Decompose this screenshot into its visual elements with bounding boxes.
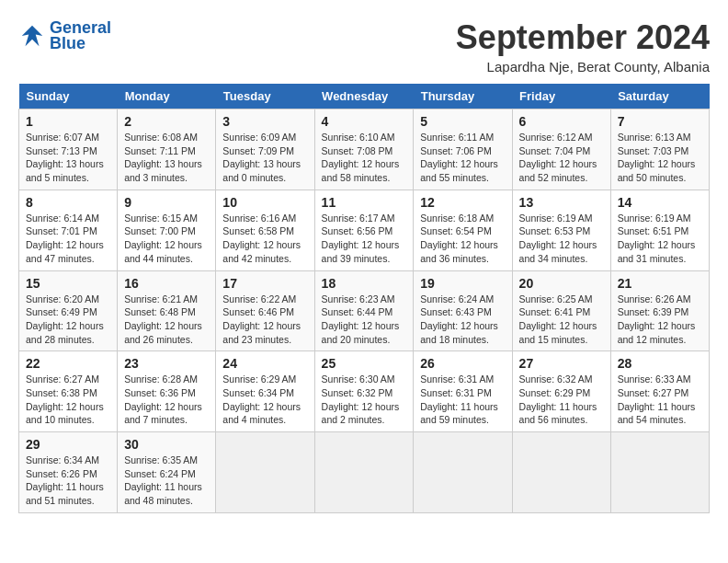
logo: General Blue xyxy=(18,18,111,53)
day-number: 7 xyxy=(618,114,702,129)
day-info: Sunrise: 6:20 AM Sunset: 6:49 PM Dayligh… xyxy=(26,293,110,347)
svg-marker-0 xyxy=(22,26,43,47)
col-wednesday: Wednesday xyxy=(314,84,414,109)
table-row: 28Sunrise: 6:33 AM Sunset: 6:27 PM Dayli… xyxy=(610,351,709,432)
day-info: Sunrise: 6:14 AM Sunset: 7:01 PM Dayligh… xyxy=(26,212,110,266)
day-info: Sunrise: 6:27 AM Sunset: 6:38 PM Dayligh… xyxy=(26,373,110,427)
day-number: 26 xyxy=(420,356,505,371)
day-number: 20 xyxy=(519,276,604,291)
day-info: Sunrise: 6:28 AM Sunset: 6:36 PM Dayligh… xyxy=(124,373,209,427)
day-number: 22 xyxy=(26,356,110,371)
day-number: 2 xyxy=(124,114,209,129)
table-row: 27Sunrise: 6:32 AM Sunset: 6:29 PM Dayli… xyxy=(512,351,610,432)
location-subtitle: Lapardha Nje, Berat County, Albania xyxy=(456,59,710,75)
table-row xyxy=(610,432,709,513)
table-row: 3Sunrise: 6:09 AM Sunset: 7:09 PM Daylig… xyxy=(216,109,314,190)
table-row: 7Sunrise: 6:13 AM Sunset: 7:03 PM Daylig… xyxy=(610,109,709,190)
day-number: 16 xyxy=(124,276,209,291)
calendar-table: Sunday Monday Tuesday Wednesday Thursday… xyxy=(18,84,710,513)
title-block: September 2024 Lapardha Nje, Berat Count… xyxy=(456,18,710,75)
table-row: 24Sunrise: 6:29 AM Sunset: 6:34 PM Dayli… xyxy=(216,351,314,432)
table-row: 4Sunrise: 6:10 AM Sunset: 7:08 PM Daylig… xyxy=(314,109,414,190)
table-row: 22Sunrise: 6:27 AM Sunset: 6:38 PM Dayli… xyxy=(19,351,118,432)
table-row: 11Sunrise: 6:17 AM Sunset: 6:56 PM Dayli… xyxy=(314,190,414,270)
day-info: Sunrise: 6:26 AM Sunset: 6:39 PM Dayligh… xyxy=(618,293,702,347)
table-row: 16Sunrise: 6:21 AM Sunset: 6:48 PM Dayli… xyxy=(118,270,216,351)
table-row: 29Sunrise: 6:34 AM Sunset: 6:26 PM Dayli… xyxy=(19,432,118,513)
day-number: 28 xyxy=(618,356,702,371)
day-number: 18 xyxy=(322,276,407,291)
day-info: Sunrise: 6:13 AM Sunset: 7:03 PM Dayligh… xyxy=(618,131,702,185)
day-number: 4 xyxy=(322,114,407,129)
calendar-row: 22Sunrise: 6:27 AM Sunset: 6:38 PM Dayli… xyxy=(19,351,710,432)
day-number: 13 xyxy=(519,195,604,210)
day-number: 14 xyxy=(618,195,702,210)
day-number: 6 xyxy=(519,114,604,129)
table-row: 20Sunrise: 6:25 AM Sunset: 6:41 PM Dayli… xyxy=(512,270,610,351)
table-row: 6Sunrise: 6:12 AM Sunset: 7:04 PM Daylig… xyxy=(512,109,610,190)
day-info: Sunrise: 6:32 AM Sunset: 6:29 PM Dayligh… xyxy=(519,373,604,427)
col-sunday: Sunday xyxy=(19,84,118,109)
day-info: Sunrise: 6:12 AM Sunset: 7:04 PM Dayligh… xyxy=(519,131,604,185)
day-number: 5 xyxy=(420,114,505,129)
table-row: 1Sunrise: 6:07 AM Sunset: 7:13 PM Daylig… xyxy=(19,109,118,190)
table-row: 15Sunrise: 6:20 AM Sunset: 6:49 PM Dayli… xyxy=(19,270,118,351)
table-row: 13Sunrise: 6:19 AM Sunset: 6:53 PM Dayli… xyxy=(512,190,610,270)
day-info: Sunrise: 6:07 AM Sunset: 7:13 PM Dayligh… xyxy=(26,131,110,185)
logo-icon xyxy=(18,22,46,50)
day-info: Sunrise: 6:11 AM Sunset: 7:06 PM Dayligh… xyxy=(420,131,505,185)
day-info: Sunrise: 6:19 AM Sunset: 6:53 PM Dayligh… xyxy=(519,212,604,266)
day-info: Sunrise: 6:34 AM Sunset: 6:26 PM Dayligh… xyxy=(26,454,110,508)
day-info: Sunrise: 6:10 AM Sunset: 7:08 PM Dayligh… xyxy=(322,131,407,185)
table-row: 23Sunrise: 6:28 AM Sunset: 6:36 PM Dayli… xyxy=(118,351,216,432)
table-row xyxy=(216,432,314,513)
day-number: 21 xyxy=(618,276,702,291)
table-row: 19Sunrise: 6:24 AM Sunset: 6:43 PM Dayli… xyxy=(414,270,512,351)
day-info: Sunrise: 6:31 AM Sunset: 6:31 PM Dayligh… xyxy=(420,373,505,427)
calendar-row: 29Sunrise: 6:34 AM Sunset: 6:26 PM Dayli… xyxy=(19,432,710,513)
table-row: 8Sunrise: 6:14 AM Sunset: 7:01 PM Daylig… xyxy=(19,190,118,270)
day-number: 25 xyxy=(322,356,407,371)
day-number: 8 xyxy=(26,195,110,210)
table-row: 14Sunrise: 6:19 AM Sunset: 6:51 PM Dayli… xyxy=(610,190,709,270)
table-row xyxy=(414,432,512,513)
day-info: Sunrise: 6:09 AM Sunset: 7:09 PM Dayligh… xyxy=(222,131,307,185)
day-number: 9 xyxy=(124,195,209,210)
calendar-row: 8Sunrise: 6:14 AM Sunset: 7:01 PM Daylig… xyxy=(19,190,710,270)
day-number: 24 xyxy=(222,356,307,371)
day-number: 19 xyxy=(420,276,505,291)
table-row: 30Sunrise: 6:35 AM Sunset: 6:24 PM Dayli… xyxy=(118,432,216,513)
col-thursday: Thursday xyxy=(414,84,512,109)
table-row: 17Sunrise: 6:22 AM Sunset: 6:46 PM Dayli… xyxy=(216,270,314,351)
day-info: Sunrise: 6:33 AM Sunset: 6:27 PM Dayligh… xyxy=(618,373,702,427)
day-number: 3 xyxy=(222,114,307,129)
col-friday: Friday xyxy=(512,84,610,109)
page-header: General Blue September 2024 Lapardha Nje… xyxy=(18,18,710,75)
col-tuesday: Tuesday xyxy=(216,84,314,109)
calendar-row: 15Sunrise: 6:20 AM Sunset: 6:49 PM Dayli… xyxy=(19,270,710,351)
day-number: 29 xyxy=(26,437,110,452)
table-row xyxy=(314,432,414,513)
day-info: Sunrise: 6:18 AM Sunset: 6:54 PM Dayligh… xyxy=(420,212,505,266)
day-info: Sunrise: 6:16 AM Sunset: 6:58 PM Dayligh… xyxy=(222,212,307,266)
table-row: 10Sunrise: 6:16 AM Sunset: 6:58 PM Dayli… xyxy=(216,190,314,270)
day-info: Sunrise: 6:35 AM Sunset: 6:24 PM Dayligh… xyxy=(124,454,209,508)
table-row: 2Sunrise: 6:08 AM Sunset: 7:11 PM Daylig… xyxy=(118,109,216,190)
table-row: 5Sunrise: 6:11 AM Sunset: 7:06 PM Daylig… xyxy=(414,109,512,190)
day-info: Sunrise: 6:24 AM Sunset: 6:43 PM Dayligh… xyxy=(420,293,505,347)
day-info: Sunrise: 6:25 AM Sunset: 6:41 PM Dayligh… xyxy=(519,293,604,347)
day-info: Sunrise: 6:08 AM Sunset: 7:11 PM Dayligh… xyxy=(124,131,209,185)
table-row: 25Sunrise: 6:30 AM Sunset: 6:32 PM Dayli… xyxy=(314,351,414,432)
logo-text: General Blue xyxy=(50,18,111,53)
day-number: 10 xyxy=(222,195,307,210)
col-saturday: Saturday xyxy=(610,84,709,109)
table-row: 21Sunrise: 6:26 AM Sunset: 6:39 PM Dayli… xyxy=(610,270,709,351)
calendar-header-row: Sunday Monday Tuesday Wednesday Thursday… xyxy=(19,84,710,109)
table-row: 12Sunrise: 6:18 AM Sunset: 6:54 PM Dayli… xyxy=(414,190,512,270)
day-info: Sunrise: 6:30 AM Sunset: 6:32 PM Dayligh… xyxy=(322,373,407,427)
table-row xyxy=(512,432,610,513)
day-info: Sunrise: 6:29 AM Sunset: 6:34 PM Dayligh… xyxy=(222,373,307,427)
day-info: Sunrise: 6:23 AM Sunset: 6:44 PM Dayligh… xyxy=(322,293,407,347)
day-number: 27 xyxy=(519,356,604,371)
day-info: Sunrise: 6:19 AM Sunset: 6:51 PM Dayligh… xyxy=(618,212,702,266)
